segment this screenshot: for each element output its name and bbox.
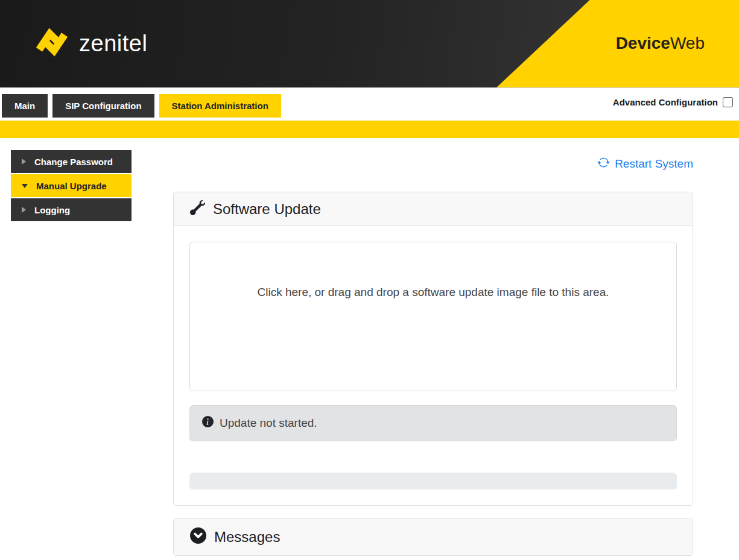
content-area: Change Password Manual Upgrade Logging R…: [0, 138, 739, 556]
yellow-divider-bar: [0, 121, 739, 138]
chevron-down-icon: [22, 184, 28, 188]
advanced-configuration-checkbox[interactable]: [723, 97, 733, 107]
brand-name: zenitel: [79, 31, 147, 57]
software-update-card: Software Update Click here, or drag and …: [173, 192, 693, 506]
upload-dropzone-text: Click here, or drag and drop a software …: [258, 286, 609, 299]
info-icon: [202, 416, 214, 430]
software-update-header: Software Update: [174, 192, 693, 226]
messages-header[interactable]: Messages: [174, 518, 693, 555]
sidebar-item-label: Logging: [34, 205, 70, 215]
tab-sip-configuration[interactable]: SIP Configuration: [52, 94, 154, 118]
upload-progress-bar: [189, 473, 677, 489]
zenitel-logo-icon: [33, 25, 71, 61]
restart-system-button[interactable]: Restart System: [597, 156, 693, 172]
chevron-down-circle-icon: [190, 527, 206, 546]
tab-main[interactable]: Main: [2, 94, 48, 118]
sidebar-item-label: Manual Upgrade: [36, 181, 107, 191]
update-status-text: Update not started.: [220, 417, 317, 430]
product-title: DeviceWeb: [616, 34, 705, 53]
app-header: zenitel DeviceWeb: [0, 0, 739, 88]
restart-system-label: Restart System: [615, 157, 693, 171]
tab-station-administration[interactable]: Station Administration: [159, 94, 281, 118]
upload-dropzone[interactable]: Click here, or drag and drop a software …: [189, 242, 677, 391]
refresh-icon: [597, 156, 610, 172]
brand-logo: zenitel: [33, 25, 147, 61]
sidebar-item-change-password[interactable]: Change Password: [11, 150, 132, 173]
advanced-configuration-toggle: Advanced Configuration: [613, 97, 733, 107]
sidebar-menu: Change Password Manual Upgrade Logging: [11, 150, 132, 556]
update-status-alert: Update not started.: [189, 405, 677, 441]
main-panel: Restart System Software Update Click her…: [173, 150, 693, 556]
restart-row: Restart System: [173, 156, 693, 172]
messages-title: Messages: [214, 529, 280, 546]
product-title-light: Web: [670, 34, 705, 52]
messages-card: Messages: [173, 518, 693, 556]
advanced-configuration-label: Advanced Configuration: [613, 97, 718, 107]
sidebar-item-manual-upgrade[interactable]: Manual Upgrade: [11, 174, 132, 197]
chevron-right-icon: [22, 207, 26, 213]
wrench-icon: [190, 200, 205, 218]
chevron-right-icon: [22, 159, 26, 165]
sidebar-item-logging[interactable]: Logging: [11, 198, 132, 221]
software-update-body: Click here, or drag and drop a software …: [174, 226, 693, 505]
software-update-title: Software Update: [213, 201, 321, 218]
main-tabbar: Main SIP Configuration Station Administr…: [0, 88, 739, 121]
sidebar-item-label: Change Password: [34, 157, 113, 167]
product-title-bold: Device: [616, 34, 670, 52]
